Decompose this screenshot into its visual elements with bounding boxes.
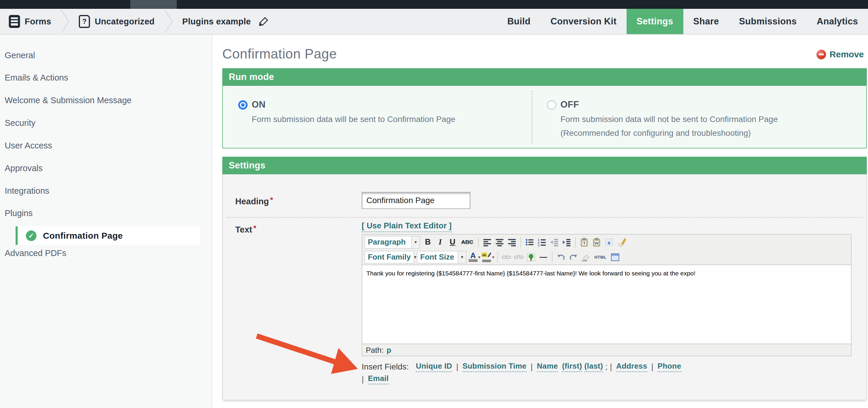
browser-top-strip <box>0 0 868 9</box>
run-mode-on-description: Form submission data will be sent to Con… <box>252 115 456 124</box>
sidebar-item-approvals[interactable]: Approvals <box>5 163 43 173</box>
insert-email-link[interactable]: Email <box>368 374 389 384</box>
indent-button[interactable] <box>560 236 573 248</box>
html-source-button[interactable]: HTML <box>592 251 609 263</box>
undo-icon <box>556 252 566 262</box>
insert-name-last-link[interactable]: (last) <box>584 362 603 372</box>
rich-text-editor: Paragraph ▾ B I U ABC <box>362 234 851 356</box>
top-strip-scroll-segment <box>130 0 177 9</box>
insert-address-link[interactable]: Address <box>616 362 647 372</box>
insert-image-button[interactable] <box>525 251 537 263</box>
unlink-button[interactable] <box>513 251 525 263</box>
unlink-icon <box>514 252 523 262</box>
sidebar-item-user-access[interactable]: User Access <box>5 141 52 151</box>
field-row-divider <box>227 217 863 218</box>
bold-button[interactable]: B <box>422 236 434 248</box>
insert-link-button[interactable] <box>500 251 513 263</box>
tab-share[interactable]: Share <box>683 9 729 34</box>
dropdown-arrow-icon: ▾ <box>411 236 420 248</box>
paste-as-text-button[interactable]: T <box>578 236 590 248</box>
settings-body: Heading* Text* [ Use Plain Text Editor ]… <box>222 174 867 400</box>
tab-analytics[interactable]: Analytics <box>807 9 868 34</box>
check-circle-icon: ✓ <box>26 230 36 241</box>
editor-toolbar-row1: Paragraph ▾ B I U ABC <box>362 234 851 250</box>
heading-field-label: Heading* <box>235 195 273 206</box>
insert-name-first-link[interactable]: (first) <box>562 362 582 372</box>
run-mode-on-radio[interactable] <box>238 100 248 109</box>
header-bar: Forms ? Uncategorized Plugins example Bu… <box>0 9 868 35</box>
run-mode-off-label: OFF <box>560 99 579 110</box>
highlight-color-button[interactable]: ab ▾ <box>481 251 495 263</box>
cleanup-brush-icon <box>617 238 626 247</box>
align-center-button[interactable] <box>493 236 506 248</box>
strikethrough-button[interactable]: ABC <box>459 236 476 248</box>
sidebar-item-general[interactable]: General <box>5 51 35 60</box>
fullscreen-icon <box>611 252 620 262</box>
toolbar-separator <box>575 237 576 248</box>
insert-fields-bar: Insert Fields: Unique ID | Submission Ti… <box>362 361 862 385</box>
sidebar-item-confirmation-page[interactable]: ✓ Confirmation Page <box>16 226 200 245</box>
redo-button[interactable] <box>567 251 580 263</box>
dropdown-arrow-icon: ▾ <box>478 255 480 260</box>
text-color-button[interactable]: A ▾ <box>468 252 481 262</box>
svg-text:2: 2 <box>538 242 539 245</box>
editor-toolbar-row2: Font Family ▾ Font Size ▾ A ▾ ab <box>362 250 851 264</box>
font-family-select[interactable]: Font Family ▾ <box>365 251 415 263</box>
path-element[interactable]: p <box>387 346 391 355</box>
tab-conversion-kit[interactable]: Conversion Kit <box>540 9 627 34</box>
paste-from-word-button[interactable]: W <box>590 236 603 248</box>
breadcrumb-category[interactable]: ? Uncategorized <box>70 9 163 34</box>
align-center-icon <box>495 238 504 247</box>
dropdown-arrow-icon: ▾ <box>414 251 416 263</box>
svg-text:W: W <box>595 241 599 246</box>
horizontal-rule-button[interactable] <box>537 251 550 263</box>
insert-name-link[interactable]: Name <box>537 362 558 372</box>
align-right-button[interactable] <box>506 236 518 248</box>
outdent-icon <box>550 238 559 247</box>
editor-content-area[interactable]: Thank you for registering {$154584777-fi… <box>362 264 851 344</box>
tab-settings[interactable]: Settings <box>627 9 683 34</box>
underline-button[interactable]: U <box>446 236 459 248</box>
insert-phone-link[interactable]: Phone <box>657 362 681 372</box>
breadcrumb-category-label: Uncategorized <box>95 17 155 27</box>
tab-build[interactable]: Build <box>497 9 540 34</box>
toolbar-separator <box>552 252 553 262</box>
bullet-list-button[interactable] <box>523 236 536 248</box>
use-plain-text-editor-link[interactable]: [ Use Plain Text Editor ] <box>362 221 452 232</box>
separator: | <box>651 362 653 372</box>
italic-button[interactable]: I <box>434 236 446 248</box>
sidebar-item-integrations[interactable]: Integrations <box>5 186 50 196</box>
sidebar-item-welcome-submission[interactable]: Welcome & Submission Message <box>5 96 131 105</box>
align-left-button[interactable] <box>481 236 493 248</box>
settings-header: Settings <box>222 157 867 174</box>
select-all-button[interactable]: a <box>603 236 615 248</box>
breadcrumb-forms[interactable]: Forms <box>0 9 60 34</box>
editor-content-text: Thank you for registering {$154584777-fi… <box>366 270 695 277</box>
run-mode-off-radio[interactable] <box>547 100 556 109</box>
sidebar-item-security[interactable]: Security <box>5 118 36 128</box>
tab-submissions[interactable]: Submissions <box>729 9 807 34</box>
link-icon <box>502 252 511 262</box>
insert-submission-time-link[interactable]: Submission Time <box>463 362 527 372</box>
remove-button[interactable]: Remove <box>816 50 864 59</box>
outdent-button[interactable] <box>548 236 560 248</box>
font-size-select[interactable]: Font Size ▾ <box>417 251 466 263</box>
sidebar-item-advanced-pdfs[interactable]: Advanced PDFs <box>5 248 66 258</box>
paragraph-format-select[interactable]: Paragraph ▾ <box>365 236 420 248</box>
insert-fields-label: Insert Fields: <box>362 362 409 372</box>
separator: ; | <box>606 362 612 372</box>
chevron-separator-icon <box>163 9 174 34</box>
form-name-label: Plugins example <box>182 17 251 27</box>
cleanup-button[interactable] <box>615 236 627 248</box>
sidebar-item-emails-actions[interactable]: Emails & Actions <box>5 73 68 83</box>
fullscreen-button[interactable] <box>609 251 621 263</box>
separator: | <box>456 362 458 372</box>
undo-button[interactable] <box>555 251 567 263</box>
sidebar-item-plugins[interactable]: Plugins <box>5 209 33 218</box>
numbered-list-button[interactable]: 123 <box>536 236 548 248</box>
heading-input[interactable] <box>362 192 470 209</box>
breadcrumb-forms-label: Forms <box>25 17 51 27</box>
insert-unique-id-link[interactable]: Unique ID <box>416 362 452 372</box>
remove-formatting-button[interactable] <box>580 251 592 263</box>
edit-pencil-icon[interactable] <box>255 14 269 29</box>
